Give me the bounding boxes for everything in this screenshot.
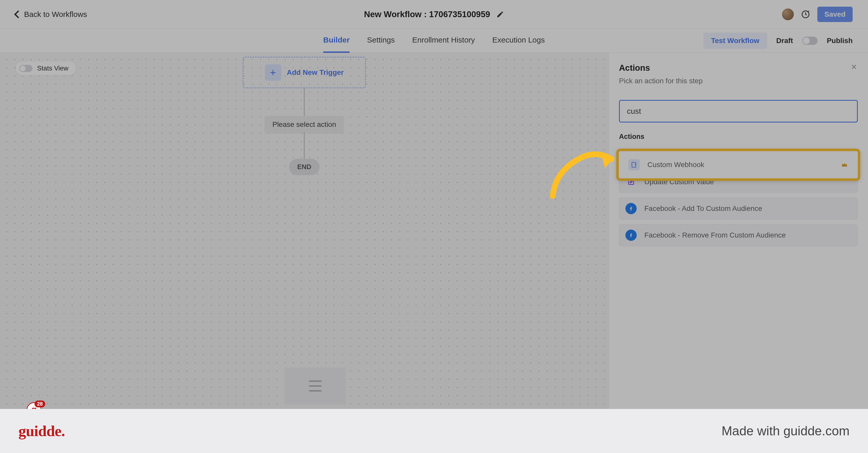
trigger-text: Add New Trigger: [287, 68, 344, 77]
avatar[interactable]: [782, 8, 794, 20]
panel-subtitle: Pick an action for this step: [619, 77, 858, 85]
draft-label: Draft: [776, 37, 793, 45]
test-workflow-button[interactable]: Test Workflow: [704, 32, 767, 49]
action-item-fb-add-audience[interactable]: Facebook - Add To Custom Audience: [619, 198, 858, 220]
action-label: Facebook - Add To Custom Audience: [644, 204, 762, 213]
action-search-input[interactable]: [619, 100, 858, 122]
minimap[interactable]: [284, 367, 346, 404]
action-placeholder-pill[interactable]: Please select action: [265, 116, 344, 133]
badge-count: 28: [35, 400, 45, 407]
publish-toggle[interactable]: [802, 37, 817, 45]
workflow-canvas[interactable]: Stats View + Add New Trigger Please sele…: [0, 53, 609, 409]
plus-box: +: [265, 64, 281, 81]
plus-icon: +: [270, 67, 276, 78]
back-button[interactable]: Back to Workflows: [16, 10, 87, 19]
footer: guidde. Made with guidde.com: [0, 409, 868, 453]
tabs-right: Test Workflow Draft Publish: [704, 32, 852, 49]
stats-view-pill: Stats View: [16, 61, 76, 76]
facebook-icon: [625, 230, 637, 241]
actions-section-label: Actions: [619, 133, 858, 141]
panel-title: Actions: [619, 63, 650, 73]
webhook-icon: [628, 159, 640, 170]
action-label: Facebook - Remove From Custom Audience: [644, 231, 785, 239]
minimap-line: [309, 380, 322, 382]
action-item-fb-remove-audience[interactable]: Facebook - Remove From Custom Audience: [619, 224, 858, 246]
end-pill: END: [289, 159, 320, 175]
action-label: Custom Webhook: [647, 161, 704, 169]
title-wrap: New Workflow : 1706735100959: [364, 9, 504, 19]
stats-toggle[interactable]: [19, 65, 32, 72]
svg-rect-3: [632, 162, 636, 167]
tutorial-arrow-icon: [545, 145, 619, 199]
chevron-left-icon: [14, 10, 22, 18]
add-trigger-box[interactable]: + Add New Trigger: [243, 57, 366, 88]
guidde-logo: guidde.: [19, 422, 65, 440]
tab-enrollment-history[interactable]: Enrollment History: [412, 28, 475, 53]
workflow-title: New Workflow : 1706735100959: [364, 9, 490, 19]
stats-toggle-knob: [20, 65, 26, 71]
saved-button[interactable]: Saved: [817, 7, 853, 22]
tabs: Builder Settings Enrollment History Exec…: [0, 29, 868, 53]
back-label: Back to Workflows: [24, 10, 87, 19]
connector-line: [304, 132, 305, 163]
toggle-knob: [803, 37, 810, 44]
highlight-custom-webhook[interactable]: Custom Webhook: [616, 149, 860, 181]
header-right: Saved: [782, 7, 853, 22]
facebook-icon: [625, 203, 637, 214]
actions-panel: Actions Pick an action for this step Act…: [609, 53, 868, 409]
tab-execution-logs[interactable]: Execution Logs: [492, 28, 545, 53]
tab-builder[interactable]: Builder: [323, 28, 349, 53]
connector-line: [304, 88, 305, 116]
panel-header: Actions: [619, 63, 858, 73]
publish-label: Publish: [827, 37, 852, 45]
crown-icon: [841, 161, 848, 168]
tab-settings[interactable]: Settings: [367, 28, 395, 53]
minimap-line: [309, 385, 322, 387]
stats-label: Stats View: [37, 64, 68, 72]
close-icon[interactable]: [850, 63, 858, 71]
edit-icon[interactable]: [496, 10, 504, 18]
minimap-line: [309, 390, 322, 392]
header: Back to Workflows New Workflow : 1706735…: [0, 0, 868, 29]
made-with-label: Made with guidde.com: [722, 424, 849, 438]
history-icon[interactable]: [801, 10, 810, 19]
